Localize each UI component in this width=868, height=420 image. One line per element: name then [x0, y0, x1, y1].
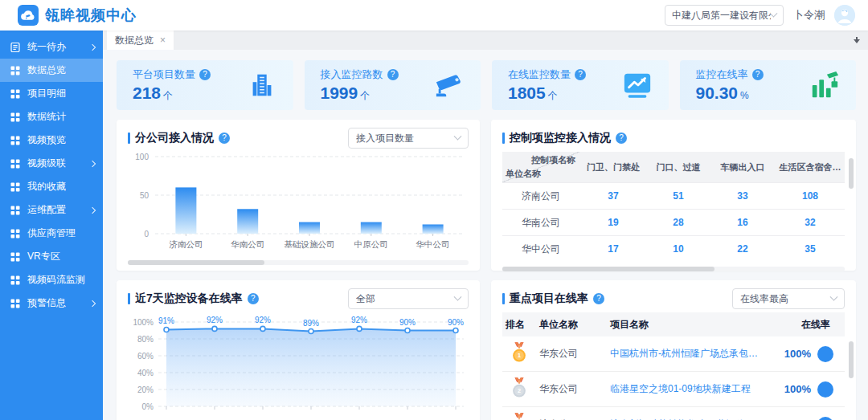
building-icon — [245, 69, 279, 101]
sidebar-item-7[interactable]: 我的收藏 — [0, 175, 103, 198]
chevron-down-icon — [454, 292, 462, 300]
project-name-link[interactable]: 中国杭州市-杭州恒隆广场总承包（标段1）工程 — [607, 347, 764, 361]
sidebar-item-8[interactable]: 运维配置 — [0, 198, 103, 222]
svg-text:1: 1 — [518, 352, 521, 359]
diagonal-header-cell: 控制项名称单位名称 — [502, 152, 579, 182]
sidebar-item-label: 预警信息 — [27, 296, 90, 310]
monitor-count[interactable]: 19 — [579, 210, 647, 235]
sidebar-item-label: 视频预览 — [27, 133, 95, 147]
unit-name: 华中公司 — [502, 236, 579, 262]
table-row: 华中公司17102235 — [502, 235, 845, 262]
title-accent-bar — [502, 293, 505, 304]
sidebar-item-10[interactable]: VR专区 — [0, 245, 103, 268]
monitor-count[interactable]: 17 — [579, 236, 647, 262]
monitor-count[interactable]: 10 — [647, 236, 710, 262]
monitor-count[interactable]: 33 — [710, 183, 776, 209]
title-accent-bar — [128, 133, 130, 144]
monitor-count[interactable]: 35 — [776, 236, 845, 262]
stat-card: 在线监控数量1805个 — [492, 60, 669, 110]
stat-unit: 个 — [360, 90, 370, 101]
sidebar-item-label: 供应商管理 — [27, 226, 95, 240]
svg-text:80%: 80% — [137, 335, 154, 344]
monitor-count[interactable]: 28 — [647, 210, 710, 235]
sidebar-item-label: 我的收藏 — [27, 180, 95, 194]
chevron-right-icon — [89, 300, 96, 306]
app-title: 瓴眸视频中心 — [45, 6, 137, 25]
online-rate-cell: 100% — [764, 417, 845, 420]
monitor-count[interactable]: 37 — [579, 183, 647, 209]
svg-text:91%: 91% — [158, 316, 174, 325]
column-header: 项目名称 — [607, 318, 764, 332]
svg-text:0: 0 — [144, 230, 149, 239]
unit-name: 济南公司 — [502, 183, 579, 209]
sidebar-item-11[interactable]: 视频码流监测 — [0, 268, 103, 292]
stat-unit: 个 — [548, 90, 558, 101]
sidebar-item-9[interactable]: 供应商管理 — [0, 222, 103, 245]
username[interactable]: 卜令潮 — [793, 8, 825, 22]
unit-name: 华东公司 — [536, 382, 607, 396]
scrollbar-thumb[interactable] — [128, 260, 264, 265]
svg-text:100: 100 — [135, 153, 149, 161]
sidebar-item-2[interactable]: 数据总览 — [0, 59, 103, 82]
monitor-count[interactable]: 22 — [710, 236, 776, 262]
help-icon[interactable] — [387, 69, 399, 80]
help-icon[interactable] — [199, 69, 211, 80]
rank-medal-icon: 2 — [502, 377, 536, 402]
dashboard-grid-icon — [10, 182, 20, 192]
panel-title: 近7天监控设备在线率 — [135, 292, 243, 306]
chevron-right-icon — [89, 43, 96, 50]
help-icon[interactable] — [248, 293, 259, 304]
rank-medal-icon: 1 — [502, 342, 536, 366]
sidebar-item-12[interactable]: 预警信息 — [0, 292, 103, 315]
svg-text:90%: 90% — [448, 318, 464, 327]
help-icon[interactable] — [219, 133, 230, 144]
dashboard-grid-icon — [10, 275, 20, 285]
organization-select[interactable]: 中建八局第一建设有限公… — [665, 5, 784, 26]
stats-row: 平台项目数量218个接入监控路数1999个在线监控数量1805个监控在线率90.… — [117, 60, 856, 110]
dashboard-grid-icon — [10, 229, 20, 239]
monitor-count[interactable]: 108 — [776, 183, 845, 209]
table-header-row: 排名单位名称项目名称在线率 — [502, 312, 845, 336]
sidebar-item-4[interactable]: 数据统计 — [0, 105, 103, 128]
sidebar-item-3[interactable]: 项目明细 — [0, 82, 103, 105]
branch-metric-select[interactable]: 接入项目数量 — [348, 128, 469, 149]
projects-sort-select[interactable]: 在线率最高 — [732, 288, 845, 309]
stat-card: 接入监控路数1999个 — [305, 60, 481, 110]
sidebar-item-label: 视频码流监测 — [27, 273, 95, 287]
close-icon[interactable]: × — [160, 35, 166, 46]
monitor-count[interactable]: 51 — [647, 183, 710, 209]
project-name-link[interactable]: 临港星空之境01-09地块新建工程 — [607, 382, 764, 396]
sidebar-item-6[interactable]: 视频级联 — [0, 152, 103, 175]
help-icon[interactable] — [593, 293, 604, 304]
table-row: 2华东公司临港星空之境01-09地块新建工程100% — [502, 372, 845, 407]
online-rate-value: 100% — [784, 383, 811, 395]
svg-text:华中公司: 华中公司 — [416, 239, 450, 249]
help-icon[interactable] — [752, 69, 764, 80]
monitor-count[interactable]: 32 — [776, 210, 845, 235]
svg-text:89%: 89% — [303, 319, 319, 328]
sidebar-item-5[interactable]: 视频预览 — [0, 128, 103, 152]
scrollbar-thumb[interactable] — [502, 267, 714, 271]
dashboard-grid-icon — [10, 299, 20, 308]
online-rate-cell: 100% — [764, 381, 845, 398]
monitor-count[interactable]: 16 — [710, 210, 776, 235]
vertical-scrollbar-thumb[interactable] — [849, 341, 854, 378]
svg-text:92%: 92% — [255, 316, 271, 324]
svg-text:60%: 60% — [137, 352, 154, 361]
help-icon[interactable] — [575, 69, 586, 80]
tab-list-dropdown-icon[interactable] — [854, 37, 860, 43]
device-filter-select[interactable]: 全部 — [348, 288, 469, 309]
panel-title: 重点项目在线率 — [510, 292, 588, 306]
vertical-scrollbar-thumb[interactable] — [849, 158, 854, 189]
tab-data-overview[interactable]: 数据总览 × — [107, 31, 174, 50]
user-avatar[interactable] — [834, 5, 855, 26]
device-online-area-chart: 100%80%60%40%20%0%91%92%92%89%92%90%90% — [128, 309, 469, 420]
svg-text:92%: 92% — [351, 316, 367, 324]
sidebar-item-label: 运维配置 — [27, 203, 90, 217]
table-row: 华南公司19281632 — [502, 209, 845, 235]
unit-name: 华东公司 — [536, 347, 607, 361]
help-icon[interactable] — [616, 133, 627, 144]
dashboard-grid-icon — [10, 206, 20, 215]
dashboard-grid-icon — [10, 89, 20, 99]
sidebar-item-1[interactable]: 统一待办 — [0, 35, 103, 59]
